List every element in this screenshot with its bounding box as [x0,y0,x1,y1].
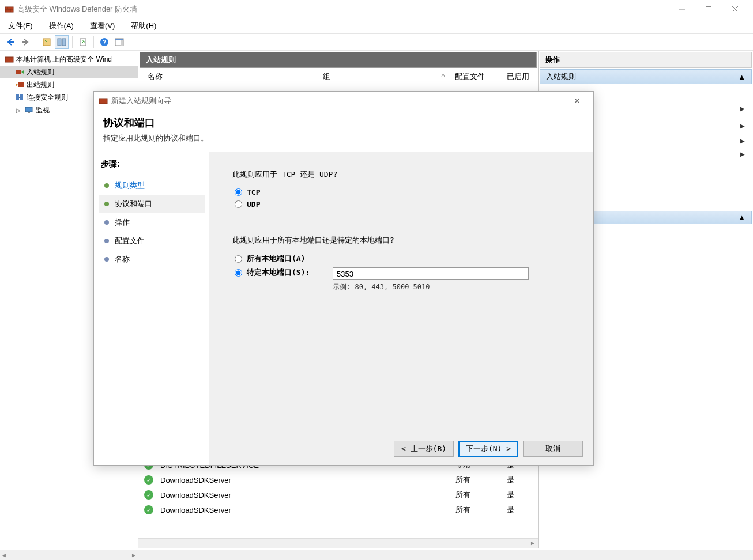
toolbar: ? [0,33,753,51]
menu-help[interactable]: 帮助(H) [126,18,161,33]
col-group[interactable]: 组 [319,71,435,82]
radio-tcp[interactable] [235,188,242,196]
actions-header: 操作 [540,52,752,68]
step-bullet-icon [104,239,109,243]
step-action[interactable]: 操作 [99,213,205,232]
port-input[interactable] [333,267,529,280]
window-title: 高级安全 Windows Defender 防火墙 [17,4,669,14]
svg-text:?: ? [103,39,107,46]
radio-udp-label: UDP [247,200,260,209]
dialog-header: 协议和端口 指定应用此规则的协议和端口。 [94,110,593,152]
rules-list-title: 入站规则 [140,52,537,68]
dialog-titlebar[interactable]: 新建入站规则向导 ✕ [94,92,593,110]
close-button[interactable] [722,0,748,18]
window-titlebar: 高级安全 Windows Defender 防火墙 [0,0,753,18]
svg-rect-12 [62,39,66,46]
dialog-buttons: < 上一步(B) 下一步(N) > 取消 [394,441,583,457]
question-protocol: 此规则应用于 TCP 还是 UDP? [232,169,570,180]
step-profile[interactable]: 配置文件 [99,232,205,250]
dialog-title: 新建入站规则向导 [111,96,566,106]
menu-bar: 文件(F) 操作(A) 查看(V) 帮助(H) [0,18,753,33]
nav-back-button[interactable] [3,35,17,49]
tree-monitor-label: 监视 [36,105,50,115]
svg-rect-18 [121,40,123,46]
tree-horizontal-scrollbar[interactable]: ◄► [0,550,753,560]
dialog-subheading: 指定应用此规则的协议和端口。 [103,133,584,143]
port-example: 示例: 80, 443, 5000-5010 [333,282,570,292]
dialog-close-button[interactable]: ✕ [566,93,589,109]
svg-rect-22 [16,94,19,100]
sort-indicator: ^ [435,72,451,81]
tree-outbound-rules[interactable]: 出站规则 [0,78,138,91]
tree-inbound-rules[interactable]: 入站规则 [0,66,138,78]
connsec-icon [15,93,24,102]
steps-label: 步骤: [99,159,205,169]
svg-rect-19 [5,57,13,62]
monitor-icon [24,105,33,115]
radio-tcp-row[interactable]: TCP [232,188,570,196]
toolbar-btn-panel[interactable] [112,35,126,49]
radio-udp-row[interactable]: UDP [232,200,570,209]
horizontal-scrollbar[interactable]: ◄ ► [138,538,538,548]
rule-name: DownloadSDKServer [157,476,331,485]
chevron-right-icon: ▶ [740,105,745,112]
rule-enabled: 是 [503,505,538,515]
toolbar-separator [72,36,73,48]
menu-view[interactable]: 查看(V) [85,18,119,33]
dialog-body: 步骤: 规则类型 协议和端口 操作 配置文件 名称 此规则应用于 TCP 还是 … [94,152,593,465]
new-inbound-rule-wizard: 新建入站规则向导 ✕ 协议和端口 指定应用此规则的协议和端口。 步骤: 规则类型… [93,91,594,466]
firewall-icon [99,96,108,105]
tree-outbound-label: 出站规则 [27,80,54,90]
tree-root-label: 本地计算机 上的高级安全 Wind [16,55,112,65]
col-profile[interactable]: 配置文件 [451,71,503,82]
chevron-right-icon: ▶ [740,123,745,129]
list-header: 名称 组 ^ 配置文件 已启用 [138,69,538,84]
firewall-app-icon [5,5,14,14]
toolbar-separator [93,36,94,48]
maximize-button[interactable] [695,0,722,18]
radio-all-ports-row[interactable]: 所有本地端口(A) [232,253,570,264]
step-bullet-icon [104,183,109,188]
allow-icon: ✓ [144,505,153,514]
step-bullet-icon [104,202,109,206]
toolbar-btn-view[interactable] [55,35,69,49]
radio-all-ports-label: 所有本地端口(A) [247,253,305,264]
question-ports: 此规则应用于所有本地端口还是特定的本地端口? [232,235,570,245]
toolbar-btn-help[interactable]: ? [97,35,111,49]
step-rule-type[interactable]: 规则类型 [99,176,205,195]
expand-icon[interactable]: ▷ [15,107,22,113]
svg-rect-25 [25,107,32,112]
radio-all-ports[interactable] [235,255,242,263]
menu-action[interactable]: 操作(A) [44,18,78,33]
svg-rect-17 [115,39,123,40]
rule-profile: 所有 [452,475,503,485]
menu-file[interactable]: 文件(F) [3,18,37,33]
radio-udp[interactable] [235,200,242,208]
table-row[interactable]: ✓ DownloadSDKServer 所有 是 [138,502,538,517]
back-button[interactable]: < 上一步(B) [394,441,454,457]
collapse-icon: ▲ [738,213,746,222]
toolbar-separator [36,36,36,48]
nav-forward-button[interactable] [18,35,32,49]
minimize-button[interactable] [669,0,695,18]
svg-rect-27 [99,99,107,104]
firewall-icon [5,55,14,64]
outbound-icon [15,80,24,89]
step-protocol-port[interactable]: 协议和端口 [99,195,205,213]
col-enabled[interactable]: 已启用 [503,71,538,82]
step-name[interactable]: 名称 [99,250,205,268]
col-name[interactable]: 名称 [144,71,319,82]
svg-rect-23 [20,94,23,100]
toolbar-btn-export[interactable] [76,35,90,49]
dialog-content: 此规则应用于 TCP 还是 UDP? TCP UDP 此规则应用于所有本地端口还… [209,152,593,465]
table-row[interactable]: ✓ DownloadSDKServer 所有 是 [138,472,538,487]
next-button[interactable]: 下一步(N) > [458,441,518,457]
cancel-button[interactable]: 取消 [523,441,583,457]
rule-name: DownloadSDKServer [157,506,331,514]
actions-section-inbound[interactable]: 入站规则 ▲ [540,69,752,84]
chevron-right-icon: ▶ [740,151,745,157]
tree-root[interactable]: 本地计算机 上的高级安全 Wind [0,53,138,66]
wizard-steps: 步骤: 规则类型 协议和端口 操作 配置文件 名称 [94,152,209,465]
table-row[interactable]: ✓ DownloadSDKServer 所有 是 [138,487,538,502]
toolbar-btn-1[interactable] [40,35,54,49]
